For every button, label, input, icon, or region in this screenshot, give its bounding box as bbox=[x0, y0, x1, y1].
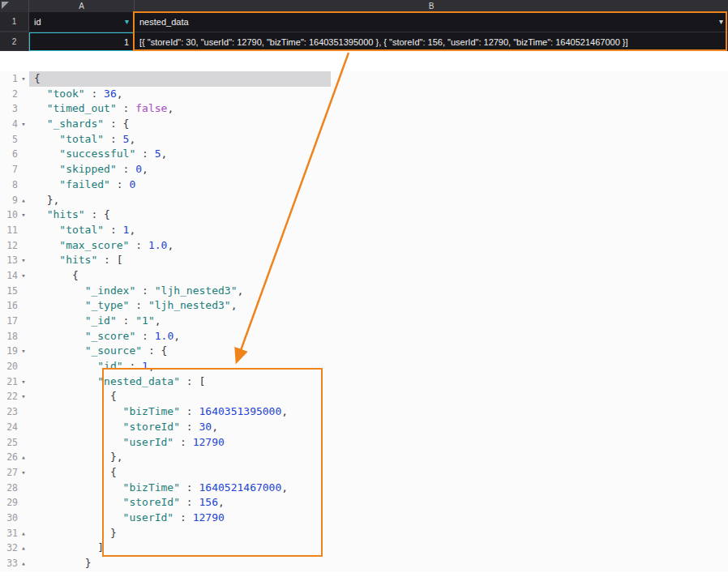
code-text: "_shards" : { bbox=[29, 117, 129, 132]
code-line: 23 "bizTime" : 1640351395000, bbox=[0, 404, 728, 420]
fold-toggle-icon[interactable]: ▾ bbox=[18, 207, 29, 223]
cell-b2-nested-data-value[interactable]: [{ "storeId": 30, "userId": 12790, "bizT… bbox=[135, 32, 728, 51]
line-number: 16 bbox=[0, 298, 18, 314]
gutter: 13▾ bbox=[0, 253, 29, 268]
fold-spacer bbox=[18, 359, 29, 374]
chevron-down-icon[interactable]: ▾ bbox=[125, 18, 129, 26]
code-text: "_type" : "ljh_nested3", bbox=[29, 298, 237, 314]
code-text: "bizTime" : 1640521467000, bbox=[29, 481, 288, 496]
json-editor[interactable]: 1▾{2 "took" : 36,3 "timed_out" : false,4… bbox=[0, 71, 728, 571]
fold-toggle-icon[interactable]: ▾ bbox=[18, 117, 29, 132]
code-text: "_source" : { bbox=[29, 344, 167, 359]
cell-a1-id-header[interactable]: id ▾ bbox=[29, 12, 135, 32]
gutter: 22▾ bbox=[0, 389, 29, 404]
fold-toggle-icon[interactable]: ▾ bbox=[18, 344, 29, 359]
data-grid: A B 1 id ▾ nested_data ▾ 2 1 [{ "storeId… bbox=[0, 0, 728, 51]
line-number: 22 bbox=[0, 389, 18, 404]
line-number: 8 bbox=[0, 177, 18, 193]
fold-toggle-icon[interactable]: ▾ bbox=[18, 71, 29, 87]
gutter: 8 bbox=[0, 177, 29, 193]
fold-spacer bbox=[18, 511, 29, 526]
cell-b1-nested-data-header[interactable]: nested_data ▾ bbox=[135, 12, 728, 32]
gutter: 24 bbox=[0, 420, 29, 435]
code-text: } bbox=[29, 556, 91, 571]
line-number: 19 bbox=[0, 344, 18, 359]
code-text: "total" : 1, bbox=[29, 223, 135, 238]
fold-spacer bbox=[18, 495, 29, 511]
gutter: 21▾ bbox=[0, 374, 29, 390]
code-text: "storeId" : 156, bbox=[29, 495, 225, 511]
code-line: 12 "max_score" : 1.0, bbox=[0, 238, 728, 254]
fold-toggle-icon[interactable]: ▴ bbox=[18, 541, 29, 556]
row-header-2[interactable]: 2 bbox=[0, 32, 29, 51]
gutter: 20 bbox=[0, 359, 29, 374]
fold-toggle-icon[interactable]: ▴ bbox=[18, 526, 29, 541]
cell-a2-value: 1 bbox=[124, 37, 129, 47]
cell-a2-id-value[interactable]: 1 bbox=[29, 32, 135, 51]
gutter: 2 bbox=[0, 87, 29, 102]
code-line: 5 "total" : 5, bbox=[0, 132, 728, 147]
line-number: 21 bbox=[0, 374, 18, 390]
code-text: "_id" : "1", bbox=[29, 314, 161, 329]
fold-toggle-icon[interactable]: ▾ bbox=[18, 465, 29, 481]
code-text: "took" : 36, bbox=[29, 87, 123, 102]
code-text: "successful" : 5, bbox=[29, 147, 167, 162]
code-line: 16 "_type" : "ljh_nested3", bbox=[0, 298, 728, 314]
line-number: 17 bbox=[0, 314, 18, 329]
code-text: "failed" : 0 bbox=[29, 177, 135, 193]
fold-toggle-icon[interactable]: ▴ bbox=[18, 193, 29, 208]
fold-spacer bbox=[18, 238, 29, 254]
gutter: 23 bbox=[0, 404, 29, 420]
fold-spacer bbox=[18, 329, 29, 344]
line-number: 4 bbox=[0, 117, 18, 132]
gutter: 14▾ bbox=[0, 268, 29, 284]
code-text: "hits" : [ bbox=[29, 253, 123, 268]
fold-spacer bbox=[18, 223, 29, 238]
code-line: 29 "storeId" : 156, bbox=[0, 495, 728, 511]
code-line: 31▴ } bbox=[0, 526, 728, 541]
grid-row-1: 1 id ▾ nested_data ▾ bbox=[0, 12, 728, 32]
fold-toggle-icon[interactable]: ▾ bbox=[18, 374, 29, 390]
fold-toggle-icon[interactable]: ▾ bbox=[18, 389, 29, 404]
line-number: 14 bbox=[0, 268, 18, 284]
select-all-corner[interactable] bbox=[0, 0, 29, 12]
fold-spacer bbox=[18, 162, 29, 177]
gutter: 7 bbox=[0, 162, 29, 177]
code-line: 25 "userId" : 12790 bbox=[0, 435, 728, 451]
line-number: 6 bbox=[0, 147, 18, 162]
code-line: 32▴ ] bbox=[0, 541, 728, 556]
code-text: "storeId" : 30, bbox=[29, 420, 218, 435]
code-line: 4▾ "_shards" : { bbox=[0, 117, 728, 132]
code-text: } bbox=[29, 526, 117, 541]
fold-spacer bbox=[18, 101, 29, 117]
editor-lines: 1▾{2 "took" : 36,3 "timed_out" : false,4… bbox=[0, 71, 728, 571]
cell-b2-value: [{ "storeId": 30, "userId": 12790, "bizT… bbox=[139, 37, 628, 47]
code-text: "_score" : 1.0, bbox=[29, 329, 180, 344]
code-text: "userId" : 12790 bbox=[29, 511, 225, 526]
fold-spacer bbox=[18, 177, 29, 193]
code-text: "_index" : "ljh_nested3", bbox=[29, 284, 243, 299]
line-number: 32 bbox=[0, 541, 18, 556]
gutter: 10▾ bbox=[0, 207, 29, 223]
fold-toggle-icon[interactable]: ▾ bbox=[18, 268, 29, 284]
column-header-b[interactable]: B bbox=[135, 0, 728, 12]
code-line: 28 "bizTime" : 1640521467000, bbox=[0, 481, 728, 496]
fold-toggle-icon[interactable]: ▴ bbox=[18, 450, 29, 465]
gutter: 33▴ bbox=[0, 556, 29, 571]
code-line: 26▴ }, bbox=[0, 450, 728, 465]
code-line: 13▾ "hits" : [ bbox=[0, 253, 728, 268]
gutter: 6 bbox=[0, 147, 29, 162]
gutter: 11 bbox=[0, 223, 29, 238]
gutter: 30 bbox=[0, 511, 29, 526]
gutter: 28 bbox=[0, 481, 29, 496]
column-header-a[interactable]: A bbox=[29, 0, 135, 12]
chevron-down-icon[interactable]: ▾ bbox=[719, 18, 723, 26]
gutter: 1▾ bbox=[0, 71, 29, 87]
code-text: "skipped" : 0, bbox=[29, 162, 148, 177]
row-header-1[interactable]: 1 bbox=[0, 12, 29, 32]
fold-toggle-icon[interactable]: ▴ bbox=[18, 556, 29, 571]
fold-spacer bbox=[18, 284, 29, 299]
fold-toggle-icon[interactable]: ▾ bbox=[18, 253, 29, 268]
code-line: 14▾ { bbox=[0, 268, 728, 284]
code-text: "total" : 5, bbox=[29, 132, 135, 147]
